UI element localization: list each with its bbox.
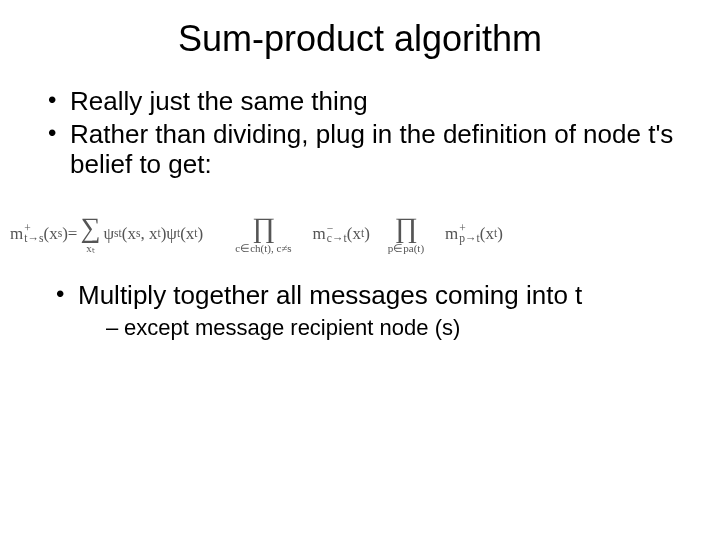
prod-sub: p∈pa(t): [388, 243, 424, 254]
top-bullet-list: Really just the same thing Rather than d…: [48, 86, 686, 180]
bullet-text: Multiply together all messages coming in…: [78, 280, 582, 310]
sigma-icon: ∑: [80, 214, 100, 242]
paren: (x: [43, 224, 57, 244]
psi-t-term: ψt(xt): [166, 224, 203, 244]
bullet-item: Rather than dividing, plug in the defini…: [48, 119, 686, 180]
sub: p→t: [459, 234, 480, 244]
sum-operator: ∑ xₜ: [80, 214, 100, 254]
sub-dash-item: except message recipient node (s): [106, 315, 686, 341]
paren: ): [364, 224, 370, 244]
comma: , x: [140, 224, 157, 244]
m-minus-term: m−c→t(xt): [313, 224, 370, 245]
pi-icon: ∏: [252, 214, 275, 242]
sub-dash-list: except message recipient node (s): [106, 315, 686, 341]
psi-st-term: ψst(xs, xt): [103, 224, 166, 244]
slide-title: Sum-product algorithm: [0, 0, 720, 74]
sub: t→s: [24, 234, 43, 244]
product-operator-1: ∏ c∈ch(t), c≠s: [235, 214, 291, 254]
pi-icon: ∏: [394, 214, 417, 242]
sym-psi: ψ: [166, 224, 177, 244]
bullet-item: Multiply together all messages coming in…: [56, 280, 686, 342]
sym-m: m: [313, 224, 326, 244]
paren: ): [497, 224, 503, 244]
paren: (x: [480, 224, 494, 244]
bottom-bullet-list: Multiply together all messages coming in…: [56, 280, 686, 342]
slide: Sum-product algorithm Really just the sa…: [0, 0, 720, 540]
equation: m+t→s(xs) = ∑ xₜ ψst(xs, xt) ψt(xt) ∏ c∈…: [10, 214, 710, 254]
paren: (x: [122, 224, 136, 244]
sym-m: m: [10, 224, 23, 244]
paren: (x: [180, 224, 194, 244]
equals: =: [68, 224, 78, 244]
sum-sub: xₜ: [86, 243, 95, 254]
sym-m: m: [445, 224, 458, 244]
paren: (x: [347, 224, 361, 244]
equation-lhs: m+t→s(xs): [10, 224, 68, 245]
product-operator-2: ∏ p∈pa(t): [388, 214, 424, 254]
prod-sub: c∈ch(t), c≠s: [235, 243, 291, 254]
m-plus-term: m+p→t(xt): [445, 224, 503, 245]
sub: c→t: [327, 234, 347, 244]
sym-psi: ψ: [103, 224, 114, 244]
bullet-item: Really just the same thing: [48, 86, 686, 117]
paren: ): [198, 224, 204, 244]
